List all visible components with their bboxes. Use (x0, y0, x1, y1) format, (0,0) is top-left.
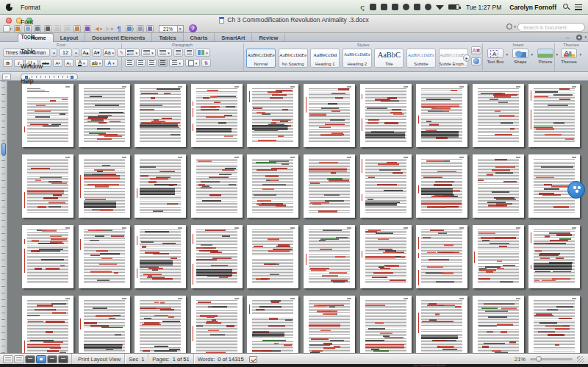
do-not-disturb-icon[interactable] (403, 4, 409, 10)
tab-document-elements[interactable]: Document Elements (85, 33, 152, 42)
spotlight-search-icon[interactable] (563, 4, 570, 10)
cut-button[interactable] (54, 25, 61, 32)
page-thumbnail[interactable] (79, 225, 130, 288)
sort-button[interactable]: ⇅ (201, 59, 211, 67)
page-thumbnail[interactable] (360, 225, 412, 288)
page-thumbnail[interactable] (191, 84, 243, 147)
page-thumbnail[interactable] (247, 296, 298, 353)
search-scope-icon[interactable] (506, 23, 516, 32)
align-right-button[interactable] (147, 59, 157, 67)
page-thumbnail[interactable] (22, 225, 74, 288)
new-document-button[interactable] (3, 25, 10, 32)
page-thumbnail[interactable] (416, 154, 467, 218)
spellcheck-icon[interactable] (249, 356, 257, 363)
borders-button[interactable]: ▾ (185, 59, 200, 67)
columns-layout-button[interactable] (126, 25, 133, 32)
show-formatting-button[interactable]: ¶ (115, 25, 123, 32)
manage-styles-button[interactable]: A✱ (471, 46, 481, 54)
applescript-menu-icon[interactable]: ς (360, 3, 365, 11)
print-layout-view-button[interactable] (36, 355, 46, 363)
user-menu[interactable]: Carolyn Fornoff (508, 4, 558, 11)
insert-textbox-button[interactable]: ▾Text Box (485, 49, 506, 64)
window-resize-grip[interactable] (577, 356, 584, 363)
page-thumbnail[interactable] (360, 84, 412, 147)
style-card-nospacing[interactable]: AaBbCcDdEeNo Spacing (279, 49, 308, 68)
multilevel-list-button[interactable]: ▾ (157, 49, 172, 57)
media-browser-button[interactable] (146, 25, 154, 32)
paste-button[interactable] (74, 25, 81, 32)
pages-value[interactable]: 1 of 51 (173, 356, 190, 363)
document-canvas[interactable] (0, 81, 588, 353)
page-thumbnail[interactable] (473, 154, 524, 218)
align-center-button[interactable] (136, 59, 146, 67)
columns-button[interactable]: ▾ (196, 49, 210, 57)
help-button[interactable]: ? (189, 24, 197, 32)
draft-view-button[interactable] (3, 355, 13, 363)
bullets-button[interactable]: ▾ (125, 49, 140, 57)
publishing-layout-view-button[interactable] (25, 355, 35, 363)
vertical-indent-marker[interactable] (1, 143, 6, 156)
change-case-button[interactable]: Aa▾ (103, 49, 115, 57)
menu-item-tools[interactable]: Tools (15, 29, 48, 44)
font-name-caret-icon[interactable]: ▾ (51, 49, 57, 57)
search-input[interactable]: Search in Document (517, 23, 585, 32)
words-value[interactable]: 0 of 14315 (218, 356, 243, 363)
style-card-subtitle[interactable]: AaBbCcDdEeSubtitle (406, 49, 436, 68)
page-thumbnail[interactable] (473, 84, 524, 147)
menu-item-window[interactable]: Window (15, 59, 48, 74)
tab-stop-selector[interactable]: ⌐ (2, 74, 11, 80)
superscript-button[interactable]: A² (53, 59, 62, 67)
page-thumbnail[interactable] (247, 225, 298, 288)
page-thumbnail[interactable] (135, 84, 186, 147)
style-card-normal[interactable]: AaBbCcDdEeNormal (246, 49, 276, 68)
menu-item-table[interactable]: Table (15, 44, 48, 59)
themes-button[interactable]: ▾ Themes (559, 49, 579, 64)
page-thumbnail[interactable] (135, 154, 186, 218)
page-thumbnail[interactable] (79, 296, 130, 353)
page-thumbnail[interactable] (304, 154, 355, 218)
outline-view-button[interactable] (14, 355, 24, 363)
align-left-button[interactable] (125, 59, 135, 67)
page-thumbnail[interactable] (528, 84, 580, 147)
wifi-icon[interactable] (436, 4, 444, 10)
page-thumbnail[interactable] (22, 84, 74, 147)
focus-view-button[interactable] (58, 355, 68, 363)
page-thumbnail[interactable] (79, 154, 130, 218)
gear-icon[interactable] (576, 35, 582, 40)
tab-review[interactable]: Review (252, 33, 285, 42)
page-thumbnail[interactable] (304, 84, 355, 147)
page-thumbnail[interactable] (304, 296, 355, 353)
menu-item-font[interactable]: Font (15, 15, 48, 29)
page-thumbnail[interactable] (22, 154, 74, 218)
line-spacing-button[interactable]: ▾ (169, 59, 184, 67)
health-icon[interactable] (392, 4, 398, 10)
page-thumbnail[interactable] (247, 84, 298, 147)
blue-circle-badge-icon[interactable] (567, 181, 585, 199)
page-thumbnail[interactable] (22, 296, 74, 353)
document-map-button[interactable] (137, 25, 144, 32)
page-thumbnail[interactable] (191, 296, 243, 353)
page-thumbnail[interactable] (416, 225, 467, 288)
page-thumbnail[interactable] (247, 154, 298, 218)
right-indent-marker[interactable] (71, 76, 74, 79)
apple-menu-icon[interactable] (6, 4, 12, 11)
highlight-button[interactable]: ab▾ (90, 59, 103, 67)
style-guides-button[interactable] (471, 57, 481, 65)
battery-icon[interactable] (448, 4, 459, 10)
text-effects-button[interactable]: A▾ (104, 59, 118, 67)
sync-icon[interactable] (414, 4, 420, 10)
tab-layout[interactable]: Layout (54, 33, 86, 42)
zoom-caret-icon[interactable]: ▾ (178, 25, 184, 32)
page-thumbnail[interactable] (135, 225, 186, 288)
zoom-combo[interactable]: 21% ▾ (159, 25, 184, 32)
zoom-slider[interactable] (530, 358, 573, 360)
collapse-ribbon-icon[interactable]: ︿ (565, 34, 570, 41)
copy-button[interactable] (64, 25, 71, 32)
page-thumbnail[interactable] (360, 154, 412, 218)
page-thumbnail[interactable] (528, 225, 580, 288)
styles-more-icon[interactable]: ▸ (463, 54, 470, 62)
tab-smartart[interactable]: SmartArt (215, 33, 252, 42)
format-painter-button[interactable] (84, 25, 91, 32)
page-thumbnail[interactable] (473, 296, 524, 353)
display-icon[interactable] (381, 4, 387, 10)
